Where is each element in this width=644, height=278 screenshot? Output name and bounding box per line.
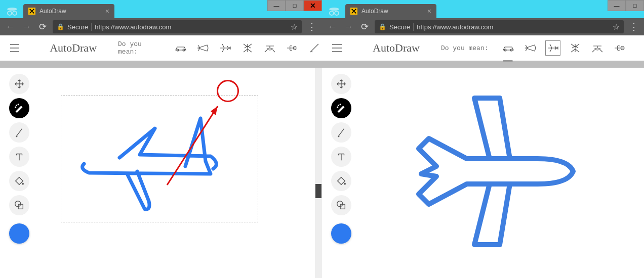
clean-airplane <box>360 68 644 278</box>
tool-draw[interactable] <box>331 122 351 143</box>
tab-close-button[interactable]: × <box>105 7 109 15</box>
nav-back-button[interactable]: ← <box>326 21 338 33</box>
tool-fill[interactable] <box>331 171 351 191</box>
address-bar: ← → ⟳ 🔒 Secure https://www.autodraw.com … <box>0 18 322 35</box>
window-controls: — □ <box>608 0 644 11</box>
canvas-area <box>322 68 644 278</box>
url-input[interactable]: 🔒 Secure https://www.autodraw.com ☆ <box>53 20 302 33</box>
svg-point-7 <box>15 107 16 108</box>
drawing-canvas[interactable] <box>360 68 644 278</box>
tool-autodraw[interactable] <box>331 98 351 118</box>
incognito-icon <box>4 4 20 18</box>
suggestion-airplane[interactable] <box>545 40 560 56</box>
browser-menu-button[interactable]: ⋮ <box>628 21 640 32</box>
drawing-canvas[interactable] <box>38 68 322 278</box>
suggestion-helicopter[interactable] <box>262 40 277 56</box>
tool-sidebar <box>0 68 38 278</box>
tool-text[interactable] <box>331 147 351 167</box>
tool-move[interactable] <box>9 74 29 94</box>
suggestion-jet[interactable] <box>523 40 538 56</box>
tool-draw[interactable] <box>9 122 29 143</box>
hamburger-menu-button[interactable] <box>332 44 342 52</box>
suggestion-dragonfly[interactable] <box>285 40 300 56</box>
close-window-button[interactable]: ✕ <box>304 0 322 11</box>
svg-point-2 <box>13 11 17 15</box>
tab-close-button[interactable]: × <box>427 7 431 15</box>
minimize-button[interactable]: — <box>608 0 626 11</box>
suggestion-dragonfly[interactable] <box>612 40 627 56</box>
maximize-button[interactable]: □ <box>286 0 304 11</box>
favicon-icon <box>350 8 357 15</box>
url-input[interactable]: 🔒 Secure https://www.autodraw.com ☆ <box>375 20 624 33</box>
tab-bar: AutoDraw × <box>322 0 644 18</box>
color-swatch[interactable] <box>331 223 351 244</box>
svg-point-20 <box>337 201 343 207</box>
suggestion-mosquito[interactable] <box>568 40 583 56</box>
browser-menu-button[interactable]: ⋮ <box>306 21 318 32</box>
suggestion-bar <box>501 40 627 56</box>
svg-point-6 <box>18 104 19 105</box>
nav-reload-button[interactable]: ⟳ <box>358 21 371 33</box>
scrollbar[interactable] <box>315 68 322 278</box>
app-area: AutoDraw Do you mean: <box>0 35 322 278</box>
svg-point-1 <box>8 11 12 15</box>
tool-autodraw[interactable] <box>9 98 29 118</box>
tab-title: AutoDraw <box>361 8 427 15</box>
suggestion-car[interactable] <box>173 40 188 56</box>
secure-label: Secure <box>389 23 410 31</box>
suggestion-mosquito[interactable] <box>240 40 255 56</box>
canvas-area <box>0 68 322 278</box>
app-title: AutoDraw <box>50 41 97 55</box>
color-swatch[interactable] <box>9 223 29 244</box>
address-bar: ← → ⟳ 🔒 Secure https://www.autodraw.com … <box>322 18 644 35</box>
divider-bar <box>322 61 644 68</box>
url-text: https://www.autodraw.com <box>95 23 288 31</box>
svg-point-0 <box>7 8 17 11</box>
browser-tab[interactable]: AutoDraw × <box>345 4 436 18</box>
suggestion-jet[interactable] <box>195 40 211 56</box>
window-controls: — □ ✕ <box>267 0 322 11</box>
maximize-button[interactable]: □ <box>626 0 644 11</box>
svg-point-5 <box>16 105 17 106</box>
suggestion-underline <box>503 60 513 62</box>
url-text: https://www.autodraw.com <box>417 23 610 31</box>
suggestion-bar <box>173 40 322 56</box>
hamburger-menu-button[interactable] <box>10 44 19 52</box>
tool-sidebar <box>322 68 360 278</box>
app-title: AutoDraw <box>373 41 420 55</box>
app-topbar: AutoDraw Do you mean: <box>0 35 322 61</box>
tab-title: AutoDraw <box>39 8 105 15</box>
favicon-icon <box>28 8 35 15</box>
incognito-icon <box>326 4 342 18</box>
svg-point-13 <box>330 11 334 15</box>
nav-forward-button[interactable]: → <box>342 21 354 33</box>
nav-reload-button[interactable]: ⟳ <box>36 21 49 33</box>
tool-text[interactable] <box>9 147 29 167</box>
scrollbar-thumb[interactable] <box>315 184 321 198</box>
lock-icon: 🔒 <box>57 23 64 30</box>
tool-move[interactable] <box>331 74 351 94</box>
svg-point-18 <box>340 104 341 105</box>
svg-point-19 <box>337 107 338 108</box>
browser-window-left: — □ ✕ AutoDraw × ← → ⟳ 🔒 Secure https://… <box>0 0 322 278</box>
lock-icon: 🔒 <box>379 23 386 30</box>
bookmark-star-icon[interactable]: ☆ <box>291 22 298 32</box>
tool-fill[interactable] <box>9 171 29 191</box>
nav-back-button[interactable]: ← <box>4 21 16 33</box>
suggestion-knife[interactable] <box>307 40 322 56</box>
tool-shape[interactable] <box>331 195 351 215</box>
browser-tab[interactable]: AutoDraw × <box>23 4 114 18</box>
bookmark-star-icon[interactable]: ☆ <box>613 22 620 32</box>
browser-window-right: — □ AutoDraw × ← → ⟳ 🔒 Secure https://ww… <box>322 0 644 278</box>
suggestion-airplane[interactable] <box>218 40 233 56</box>
suggestion-car[interactable] <box>501 40 516 56</box>
selection-box <box>61 95 258 222</box>
secure-label: Secure <box>67 23 88 31</box>
app-area: AutoDraw Do you mean: <box>322 35 644 278</box>
svg-point-12 <box>329 8 339 11</box>
minimize-button[interactable]: — <box>267 0 286 11</box>
divider-bar <box>0 61 322 68</box>
tool-shape[interactable] <box>9 195 29 215</box>
nav-forward-button[interactable]: → <box>20 21 32 33</box>
suggestion-helicopter[interactable] <box>590 40 605 56</box>
